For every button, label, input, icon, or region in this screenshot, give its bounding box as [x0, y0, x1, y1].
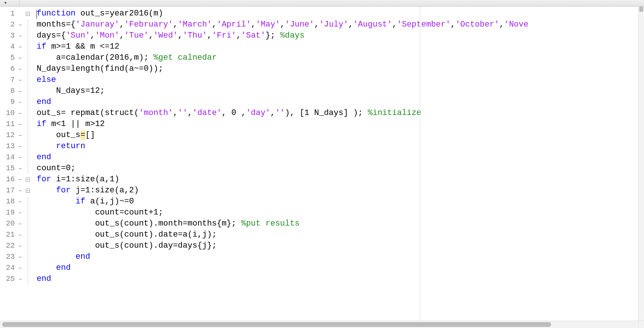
- breakpoint-cell[interactable]: –: [17, 119, 24, 130]
- breakpoint-cell[interactable]: –: [17, 196, 24, 207]
- editor: 1234567891011121314151617181920212223242…: [0, 7, 644, 321]
- code-token: '': [275, 108, 285, 118]
- fold-cell: [24, 218, 32, 229]
- code-line[interactable]: else: [32, 74, 644, 86]
- fold-line-icon: [28, 108, 28, 119]
- code-line[interactable]: count=0;: [32, 163, 644, 174]
- breakpoint-cell[interactable]: –: [17, 229, 24, 240]
- line-number: 2: [0, 19, 17, 30]
- fold-cell: [24, 19, 32, 30]
- code-line[interactable]: end: [32, 273, 644, 285]
- breakpoint-cell[interactable]: –: [17, 273, 24, 285]
- code-line[interactable]: if a(i,j)~=0: [32, 196, 644, 207]
- code-line[interactable]: out_s(count).day=days{j};: [32, 240, 644, 251]
- code-line[interactable]: end: [32, 97, 644, 108]
- code-line[interactable]: months={'Januray','February','March','Ap…: [32, 19, 644, 30]
- code-token: a=calendar(2016,m);: [56, 53, 153, 62]
- breakpoint-strip[interactable]: ––––––––––––––––––––––––: [17, 7, 24, 321]
- code-token: ,: [187, 108, 192, 118]
- fold-line-icon: [28, 63, 28, 74]
- breakpoint-cell[interactable]: –: [17, 19, 24, 30]
- code-token: '': [178, 108, 187, 118]
- breakpoint-cell[interactable]: –: [17, 218, 24, 229]
- breakpoint-cell[interactable]: –: [17, 41, 24, 52]
- code-area[interactable]: function out_s=year2016(m) months={'Janu…: [32, 7, 644, 321]
- breakpoint-cell[interactable]: –: [17, 251, 24, 262]
- code-token: ,: [499, 20, 504, 29]
- code-folding-strip[interactable]: [24, 7, 32, 321]
- code-line[interactable]: out_s= repmat(struct('month','','date', …: [32, 108, 644, 119]
- code-token: ,: [149, 31, 153, 40]
- fold-cell: [24, 97, 32, 108]
- fold-line-icon: [28, 152, 28, 163]
- fold-cell[interactable]: [24, 174, 32, 185]
- code-token: count=0;: [37, 164, 76, 173]
- code-token: 'July': [319, 20, 348, 29]
- vertical-scrollbar-thumb[interactable]: [639, 7, 643, 12]
- breakpoint-cell[interactable]: –: [17, 63, 24, 74]
- fold-cell[interactable]: [24, 185, 32, 196]
- breakpoint-cell[interactable]: –: [17, 185, 24, 196]
- code-line[interactable]: end: [32, 251, 644, 262]
- code-line[interactable]: N_days=length(find(a~=0));: [32, 63, 644, 74]
- code-token: ,: [178, 31, 183, 40]
- code-line[interactable]: out_s(count).date=a(i,j);: [32, 229, 644, 240]
- code-token: ,: [251, 20, 256, 29]
- code-line[interactable]: if m<1 || m>12: [32, 119, 644, 130]
- code-token: ,: [236, 31, 241, 40]
- code-token: months={: [37, 20, 76, 29]
- fold-line-icon: [28, 163, 28, 174]
- fold-cell: [24, 30, 32, 41]
- fold-cell: [24, 63, 32, 74]
- code-line[interactable]: count=count+1;: [32, 207, 644, 218]
- code-line[interactable]: for i=1:size(a,1): [32, 174, 644, 185]
- vertical-scrollbar[interactable]: [638, 7, 644, 321]
- breakpoint-cell[interactable]: –: [17, 30, 24, 41]
- breakpoint-cell[interactable]: –: [17, 52, 24, 63]
- fold-line-icon: [28, 229, 28, 240]
- horizontal-scrollbar[interactable]: [0, 321, 638, 328]
- code-token: 'September': [397, 20, 450, 29]
- line-number: 7: [0, 74, 17, 86]
- fold-line-icon: [28, 86, 28, 97]
- fold-cell: [24, 163, 32, 174]
- breakpoint-cell[interactable]: –: [17, 74, 24, 86]
- code-line[interactable]: out_s=[]: [32, 130, 644, 141]
- code-line[interactable]: N_days=12;: [32, 86, 644, 97]
- code-line[interactable]: days={'Sun','Mon','Tue','Wed','Thu','Fri…: [32, 30, 644, 41]
- text-cursor: [37, 10, 37, 19]
- breakpoint-cell[interactable]: –: [17, 108, 24, 119]
- code-line[interactable]: function out_s=year2016(m): [32, 8, 644, 19]
- fold-line-icon: [28, 251, 28, 262]
- code-line[interactable]: end: [32, 262, 644, 273]
- code-token: 'June': [285, 20, 314, 29]
- code-line[interactable]: a=calendar(2016,m); %get calnedar: [32, 52, 644, 63]
- breakpoint-cell[interactable]: –: [17, 130, 24, 141]
- horizontal-scrollbar-thumb[interactable]: [2, 322, 551, 327]
- breakpoint-cell[interactable]: –: [17, 141, 24, 152]
- fold-minus-icon[interactable]: [26, 12, 30, 16]
- breakpoint-cell[interactable]: –: [17, 240, 24, 251]
- code-line[interactable]: out_s(count).month=months{m}; %put resul…: [32, 218, 644, 229]
- breakpoint-cell[interactable]: –: [17, 207, 24, 218]
- fold-minus-icon[interactable]: [26, 189, 30, 193]
- code-token: 'August': [353, 20, 392, 29]
- breakpoint-cell[interactable]: [17, 8, 24, 19]
- fold-minus-icon[interactable]: [26, 178, 30, 182]
- code-token: ,: [173, 20, 178, 29]
- code-line[interactable]: for j=1:size(a,2): [32, 185, 644, 196]
- file-menu-dropdown-icon[interactable]: ▼: [3, 1, 8, 6]
- breakpoint-cell[interactable]: –: [17, 262, 24, 273]
- fold-cell[interactable]: [24, 8, 32, 19]
- breakpoint-cell[interactable]: –: [17, 174, 24, 185]
- breakpoint-cell[interactable]: –: [17, 86, 24, 97]
- breakpoint-cell[interactable]: –: [17, 163, 24, 174]
- line-number: 14: [0, 152, 17, 163]
- breakpoint-cell[interactable]: –: [17, 152, 24, 163]
- code-token: out_s=year2016(m): [76, 9, 163, 18]
- code-line[interactable]: if m>=1 && m <=12: [32, 41, 644, 52]
- breakpoint-cell[interactable]: –: [17, 97, 24, 108]
- code-line[interactable]: return: [32, 141, 644, 152]
- code-token: %days: [280, 31, 304, 40]
- code-line[interactable]: end: [32, 152, 644, 163]
